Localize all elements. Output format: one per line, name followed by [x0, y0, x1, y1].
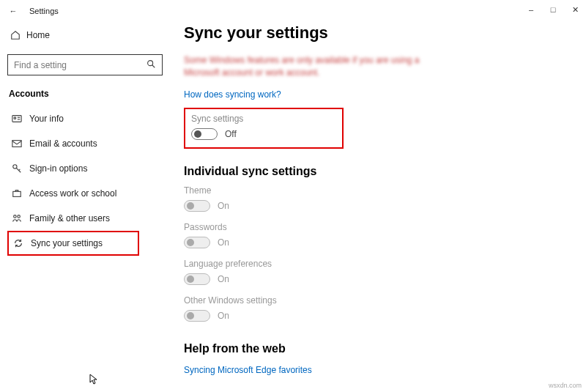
passwords-state: On	[218, 237, 229, 248]
people-icon	[12, 213, 29, 223]
page-title: Sync your settings	[184, 23, 586, 42]
nav-family-users[interactable]: Family & other users	[7, 206, 162, 231]
search-icon	[146, 59, 156, 71]
key-icon	[12, 163, 29, 174]
nav-label: Your info	[29, 114, 64, 124]
svg-point-10	[18, 215, 21, 218]
home-nav[interactable]: Home	[7, 23, 162, 47]
ind-passwords: Passwords On	[184, 222, 586, 248]
search-input[interactable]: Find a setting	[7, 54, 163, 75]
nav-signin-options[interactable]: Sign-in options	[7, 156, 162, 181]
svg-point-9	[14, 215, 17, 218]
window-title: Settings	[29, 7, 59, 15]
mail-icon	[12, 138, 29, 149]
minimize-button[interactable]: –	[520, 0, 542, 19]
how-sync-link[interactable]: How does syncing work?	[184, 89, 281, 100]
other-state: On	[218, 311, 229, 321]
svg-rect-6	[12, 141, 21, 147]
nav-sync-settings[interactable]: Sync your settings	[7, 231, 139, 256]
sync-settings-toggle[interactable]	[191, 128, 218, 140]
content: Sync your settings Some Windows features…	[169, 22, 586, 392]
sync-icon	[13, 238, 31, 248]
theme-state: On	[218, 201, 229, 211]
nav-label: Access work or school	[29, 188, 116, 199]
sync-settings-label: Sync settings	[191, 114, 336, 124]
ind-label: Language preferences	[184, 259, 586, 269]
back-button[interactable]: ←	[7, 7, 19, 15]
ind-language: Language preferences On	[184, 259, 586, 285]
home-icon	[10, 30, 26, 40]
user-card-icon	[12, 114, 29, 124]
svg-point-3	[14, 117, 16, 119]
passwords-toggle	[184, 237, 210, 248]
nav-your-info[interactable]: Your info	[7, 106, 162, 131]
ind-label: Other Windows settings	[184, 295, 586, 306]
individual-heading: Individual sync settings	[184, 165, 586, 178]
account-notice: Some Windows features are only available…	[184, 54, 426, 79]
help-heading: Help from the web	[184, 342, 586, 355]
nav-label: Email & accounts	[29, 138, 97, 149]
nav-label: Sign-in options	[29, 163, 87, 174]
other-toggle	[184, 310, 210, 322]
maximize-button[interactable]: □	[542, 0, 564, 19]
svg-rect-8	[13, 191, 21, 196]
sync-settings-block: Sync settings Off	[184, 108, 344, 149]
watermark: wsxdn.com	[549, 382, 582, 389]
theme-toggle	[184, 200, 210, 212]
help-link[interactable]: Syncing Microsoft Edge favorites	[184, 365, 312, 375]
search-placeholder: Find a setting	[14, 60, 67, 70]
ind-label: Theme	[184, 185, 586, 196]
sync-settings-state: Off	[225, 129, 237, 139]
ind-label: Passwords	[184, 222, 586, 232]
svg-line-1	[152, 65, 155, 68]
nav-label: Family & other users	[29, 213, 110, 223]
section-accounts: Accounts	[7, 89, 162, 99]
ind-other: Other Windows settings On	[184, 295, 586, 322]
home-label: Home	[26, 30, 50, 40]
nav-access-work-school[interactable]: Access work or school	[7, 181, 162, 206]
sidebar: Home Find a setting Accounts Your info E…	[0, 22, 169, 392]
language-toggle	[184, 273, 210, 285]
nav-label: Sync your settings	[31, 238, 103, 248]
language-state: On	[218, 274, 229, 284]
ind-theme: Theme On	[184, 185, 586, 212]
close-button[interactable]: ✕	[564, 0, 586, 19]
nav-email-accounts[interactable]: Email & accounts	[7, 131, 162, 156]
svg-point-0	[148, 61, 153, 66]
briefcase-icon	[12, 188, 29, 199]
